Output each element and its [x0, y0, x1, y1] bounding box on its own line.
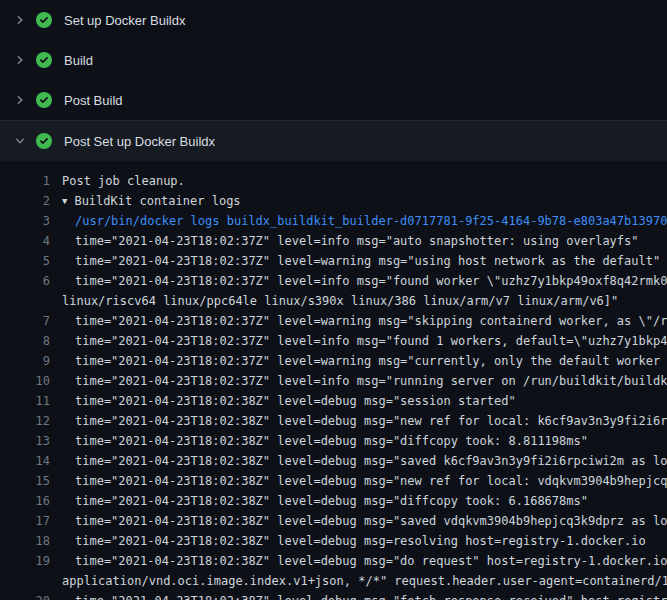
- log-text: time="2021-04-23T18:02:38Z" level=debug …: [75, 471, 667, 491]
- log-text: Post job cleanup.: [62, 171, 185, 191]
- line-number[interactable]: 12: [12, 411, 50, 431]
- line-number[interactable]: [12, 571, 50, 591]
- check-circle-icon: [36, 12, 52, 28]
- step-post-set-up-docker-buildx[interactable]: Post Set up Docker Buildx: [0, 120, 667, 161]
- line-number[interactable]: 13: [12, 431, 50, 451]
- log-text: time="2021-04-23T18:02:38Z" level=debug …: [75, 451, 667, 471]
- log-line: 5 time="2021-04-23T18:02:37Z" level=warn…: [0, 251, 667, 271]
- log-text: time="2021-04-23T18:02:37Z" level=warnin…: [75, 351, 667, 371]
- line-number[interactable]: 6: [12, 271, 50, 291]
- log-line: 9 time="2021-04-23T18:02:37Z" level=warn…: [0, 351, 667, 371]
- check-circle-icon: [36, 92, 52, 108]
- log-line: 10 time="2021-04-23T18:02:37Z" level=inf…: [0, 371, 667, 391]
- line-number[interactable]: 19: [12, 551, 50, 571]
- step-title: Post Build: [64, 93, 123, 108]
- log-text: time="2021-04-23T18:02:38Z" level=debug …: [75, 551, 667, 571]
- line-number[interactable]: 4: [12, 231, 50, 251]
- log-text: linux/riscv64 linux/ppc64le linux/s390x …: [62, 291, 618, 311]
- step-set-up-docker-buildx[interactable]: Set up Docker Buildx: [0, 0, 667, 40]
- step-title: Set up Docker Buildx: [64, 13, 185, 28]
- step-title: Post Set up Docker Buildx: [64, 134, 215, 149]
- line-number[interactable]: 1: [12, 171, 50, 191]
- log-text: time="2021-04-23T18:02:37Z" level=info m…: [75, 331, 667, 351]
- chevron-icon: [12, 92, 28, 108]
- step-post-build[interactable]: Post Build: [0, 80, 667, 120]
- log-line: 16 time="2021-04-23T18:02:38Z" level=deb…: [0, 491, 667, 511]
- log-text: time="2021-04-23T18:02:37Z" level=info m…: [75, 231, 639, 251]
- log-line: 15 time="2021-04-23T18:02:38Z" level=deb…: [0, 471, 667, 491]
- chevron-icon: [12, 133, 28, 149]
- log-group-header[interactable]: 2 ▼BuildKit container logs: [0, 191, 667, 211]
- log-text: application/vnd.oci.image.index.v1+json,…: [62, 571, 667, 591]
- line-number[interactable]: 14: [12, 451, 50, 471]
- log-line: 17 time="2021-04-23T18:02:38Z" level=deb…: [0, 511, 667, 531]
- step-build[interactable]: Build: [0, 40, 667, 80]
- check-circle-icon: [36, 133, 52, 149]
- log-text: time="2021-04-23T18:02:38Z" level=debug …: [75, 431, 588, 451]
- log-line: 20 time="2021-04-23T18:02:38Z" level=deb…: [0, 591, 667, 600]
- log-line: 7 time="2021-04-23T18:02:37Z" level=warn…: [0, 311, 667, 331]
- log-text: /usr/bin/docker logs buildx_buildkit_bui…: [75, 211, 667, 231]
- line-number[interactable]: 17: [12, 511, 50, 531]
- log-command-line: 3 /usr/bin/docker logs buildx_buildkit_b…: [0, 211, 667, 231]
- log-line: 1 Post job cleanup.: [0, 171, 667, 191]
- line-number[interactable]: 15: [12, 471, 50, 491]
- log-line: 14 time="2021-04-23T18:02:38Z" level=deb…: [0, 451, 667, 471]
- log-line: 19 time="2021-04-23T18:02:38Z" level=deb…: [0, 551, 667, 571]
- log-line: 18 time="2021-04-23T18:02:38Z" level=deb…: [0, 531, 667, 551]
- line-number[interactable]: 2: [12, 191, 50, 211]
- line-number[interactable]: 16: [12, 491, 50, 511]
- log-text: time="2021-04-23T18:02:37Z" level=info m…: [75, 271, 667, 291]
- log-line: linux/riscv64 linux/ppc64le linux/s390x …: [0, 291, 667, 311]
- line-number[interactable]: 11: [12, 391, 50, 411]
- log-text: ▼BuildKit container logs: [62, 191, 241, 211]
- group-collapse-icon[interactable]: ▼: [62, 191, 67, 211]
- log-text: time="2021-04-23T18:02:38Z" level=debug …: [75, 531, 646, 551]
- line-number[interactable]: 9: [12, 351, 50, 371]
- log-text: time="2021-04-23T18:02:38Z" level=debug …: [75, 511, 667, 531]
- log-text: time="2021-04-23T18:02:37Z" level=warnin…: [75, 311, 667, 331]
- step-title: Build: [64, 53, 93, 68]
- line-number[interactable]: 20: [12, 591, 50, 600]
- log-line: 8 time="2021-04-23T18:02:37Z" level=info…: [0, 331, 667, 351]
- log-line: application/vnd.oci.image.index.v1+json,…: [0, 571, 667, 591]
- log-text: time="2021-04-23T18:02:37Z" level=info m…: [75, 371, 667, 391]
- line-number[interactable]: 7: [12, 311, 50, 331]
- line-number[interactable]: [12, 291, 50, 311]
- chevron-icon: [12, 12, 28, 28]
- line-number[interactable]: 10: [12, 371, 50, 391]
- log-line: 4 time="2021-04-23T18:02:37Z" level=info…: [0, 231, 667, 251]
- log-line: 6 time="2021-04-23T18:02:37Z" level=info…: [0, 271, 667, 291]
- log-text: time="2021-04-23T18:02:38Z" level=debug …: [75, 391, 516, 411]
- log-text: time="2021-04-23T18:02:38Z" level=debug …: [75, 491, 588, 511]
- check-circle-icon: [36, 52, 52, 68]
- log-line: 11 time="2021-04-23T18:02:38Z" level=deb…: [0, 391, 667, 411]
- chevron-icon: [12, 52, 28, 68]
- line-number[interactable]: 5: [12, 251, 50, 271]
- log-line: 12 time="2021-04-23T18:02:38Z" level=deb…: [0, 411, 667, 431]
- log-text: time="2021-04-23T18:02:38Z" level=debug …: [75, 411, 667, 431]
- log-text: time="2021-04-23T18:02:37Z" level=warnin…: [75, 251, 660, 271]
- job-steps-list: Set up Docker Buildx Build Post Build Po…: [0, 0, 667, 161]
- step-log-output: 1 Post job cleanup. 2 ▼BuildKit containe…: [0, 161, 667, 600]
- line-number[interactable]: 3: [12, 211, 50, 231]
- line-number[interactable]: 8: [12, 331, 50, 351]
- log-text: time="2021-04-23T18:02:38Z" level=debug …: [75, 591, 667, 600]
- line-number[interactable]: 18: [12, 531, 50, 551]
- log-line: 13 time="2021-04-23T18:02:38Z" level=deb…: [0, 431, 667, 451]
